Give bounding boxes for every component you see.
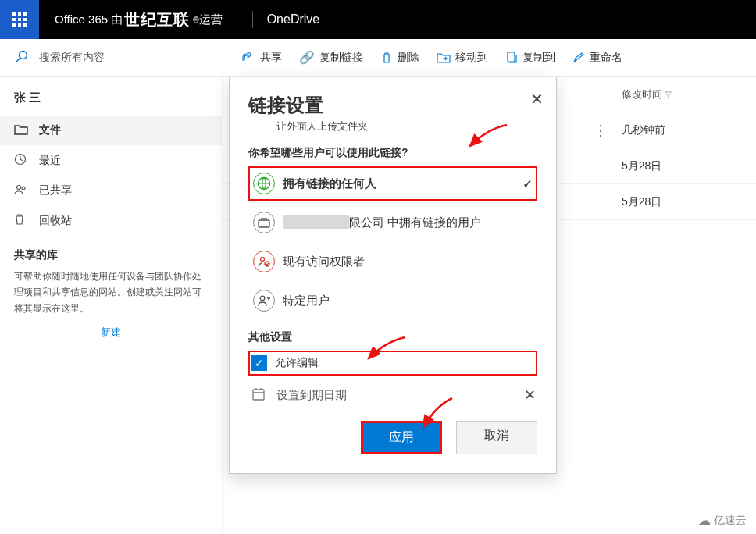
option-existing-label: 现有访问权限者 <box>283 254 533 269</box>
copylink-label: 复制链接 <box>319 51 363 65</box>
check-icon: ✓ <box>522 176 533 191</box>
nav-list: 文件 最近 已共享 回收站 <box>0 116 222 236</box>
expire-date-label: 设置到期日期 <box>276 388 347 403</box>
shared-libs-header: 共享的库 <box>0 236 222 269</box>
option-org-label: ████████限公司 中拥有链接的用户 <box>283 215 533 230</box>
nav-files-label: 文件 <box>39 123 61 137</box>
svg-point-8 <box>261 258 265 262</box>
cloud-icon: ☁ <box>698 513 711 528</box>
waffle-icon <box>12 12 27 27</box>
nav-recent[interactable]: 最近 <box>0 145 222 176</box>
copyright-text: © 2019 ZJUNSEN https://blog.51cto.com/rd… <box>555 2 748 12</box>
row-date: 几秒钟前 <box>622 123 747 137</box>
watermark: ☁ 亿速云 <box>698 513 747 528</box>
move-button[interactable]: 移动到 <box>437 51 488 65</box>
clock-icon <box>14 153 28 168</box>
row-menu-icon[interactable]: ⋮ <box>594 122 608 139</box>
specific-user-icon <box>253 290 275 312</box>
redacted-org-name: ████████ <box>283 215 349 229</box>
search-icon <box>16 50 28 65</box>
clear-date-icon[interactable]: ✕ <box>524 386 536 404</box>
user-name: 张 三 <box>0 87 222 107</box>
rename-label: 重命名 <box>590 51 622 65</box>
delete-label: 删除 <box>398 51 419 65</box>
nav-recycle-label: 回收站 <box>39 214 72 228</box>
brand-bold: 世纪互联 <box>124 9 190 30</box>
option-org[interactable]: ████████限公司 中拥有链接的用户 <box>248 205 537 240</box>
dialog-subtitle: 让外面人上传文件夹 <box>276 119 537 134</box>
other-settings: 其他设置 ✓ 允许编辑 设置到期日期 ✕ <box>248 330 537 408</box>
search-box[interactable]: 搜索所有内容 <box>0 50 223 65</box>
dialog-buttons: 应用 取消 <box>248 421 537 454</box>
svg-point-4 <box>17 185 21 189</box>
existing-access-icon <box>253 251 275 272</box>
svg-point-0 <box>20 52 27 59</box>
col-date-header[interactable]: 修改时间 ▽ <box>622 87 747 101</box>
svg-rect-2 <box>508 52 515 62</box>
briefcase-icon <box>253 212 275 233</box>
copyto-button[interactable]: 复制到 <box>505 51 555 65</box>
watermark-text: 亿速云 <box>714 514 747 528</box>
svg-point-9 <box>265 262 269 266</box>
copyto-label: 复制到 <box>522 51 555 65</box>
nav-shared[interactable]: 已共享 <box>0 176 222 205</box>
actions-group: 共享 🔗 复制链接 删除 移动到 复制到 重命名 <box>223 50 756 65</box>
new-link[interactable]: 新建 <box>0 326 222 340</box>
allow-edit-row[interactable]: ✓ 允许编辑 <box>248 351 537 376</box>
app-name: OneDrive <box>267 12 320 27</box>
main-panel: 修改时间 ▽ ⋮ 几秒钟前 5月28日 5月28日 ✕ 链接设置 让外面人上传文… <box>223 77 756 534</box>
svg-rect-11 <box>253 390 264 400</box>
dialog-title: 链接设置 <box>248 93 537 118</box>
allow-edit-label: 允许编辑 <box>275 356 319 370</box>
other-settings-header: 其他设置 <box>248 330 537 344</box>
share-button[interactable]: 共享 <box>241 51 282 65</box>
svg-rect-7 <box>259 220 269 227</box>
folder-icon <box>14 124 28 137</box>
delete-button[interactable]: 删除 <box>380 51 419 65</box>
shared-libs-text: 可帮助你随时随地使用任何设备与团队协作处理项目和共享信息的网站。创建或关注网站可… <box>0 269 222 316</box>
svg-point-10 <box>260 296 265 301</box>
row-date: 5月28日 <box>622 195 747 209</box>
sidebar: 张 三 文件 最近 已共享 <box>0 77 223 534</box>
checkbox-checked-icon[interactable]: ✓ <box>251 355 267 371</box>
option-anyone[interactable]: 拥有链接的任何人 ✓ <box>248 166 537 201</box>
close-button[interactable]: ✕ <box>530 90 544 109</box>
brand-area: Office 365 由 世纪互联 ® 运营 <box>39 9 238 30</box>
content-area: 张 三 文件 最近 已共享 <box>0 77 756 534</box>
move-label: 移动到 <box>455 51 488 65</box>
people-icon <box>14 184 28 198</box>
divider <box>252 11 253 28</box>
nav-recent-label: 最近 <box>39 154 61 168</box>
app-launcher-button[interactable] <box>0 0 39 39</box>
apply-button[interactable]: 应用 <box>361 421 442 454</box>
who-section-label: 你希望哪些用户可以使用此链接? <box>248 146 537 160</box>
option-specific[interactable]: 特定用户 <box>248 283 537 318</box>
calendar-icon <box>251 387 269 404</box>
brand-reg: ® <box>193 16 198 24</box>
option-anyone-label: 拥有链接的任何人 <box>283 176 522 191</box>
command-bar: 搜索所有内容 共享 🔗 复制链接 删除 移动到 复制到 重命名 <box>0 39 756 77</box>
share-label: 共享 <box>260 51 282 65</box>
nav-files[interactable]: 文件 <box>0 116 222 145</box>
option-existing[interactable]: 现有访问权限者 <box>248 244 537 279</box>
search-placeholder: 搜索所有内容 <box>39 51 105 65</box>
link-icon: 🔗 <box>299 50 315 65</box>
brand-suffix: 运营 <box>199 12 223 27</box>
rename-button[interactable]: 重命名 <box>572 51 622 65</box>
cancel-button[interactable]: 取消 <box>456 421 537 454</box>
col-date-label: 修改时间 <box>622 87 662 101</box>
option-specific-label: 特定用户 <box>283 293 533 308</box>
copylink-button[interactable]: 🔗 复制链接 <box>299 50 363 65</box>
link-settings-dialog: ✕ 链接设置 让外面人上传文件夹 你希望哪些用户可以使用此链接? 拥有链接的任何… <box>229 77 557 474</box>
user-underline <box>14 109 208 109</box>
expire-date-row[interactable]: 设置到期日期 ✕ <box>248 382 537 408</box>
brand-prefix: Office 365 由 <box>55 12 123 27</box>
nav-recycle[interactable]: 回收站 <box>0 205 222 236</box>
recycle-icon <box>14 213 28 228</box>
nav-shared-label: 已共享 <box>39 183 72 198</box>
globe-icon <box>253 173 275 194</box>
svg-point-5 <box>22 187 25 190</box>
row-date: 5月28日 <box>622 159 747 173</box>
chevron-down-icon: ▽ <box>665 90 672 98</box>
svg-line-1 <box>16 59 20 62</box>
